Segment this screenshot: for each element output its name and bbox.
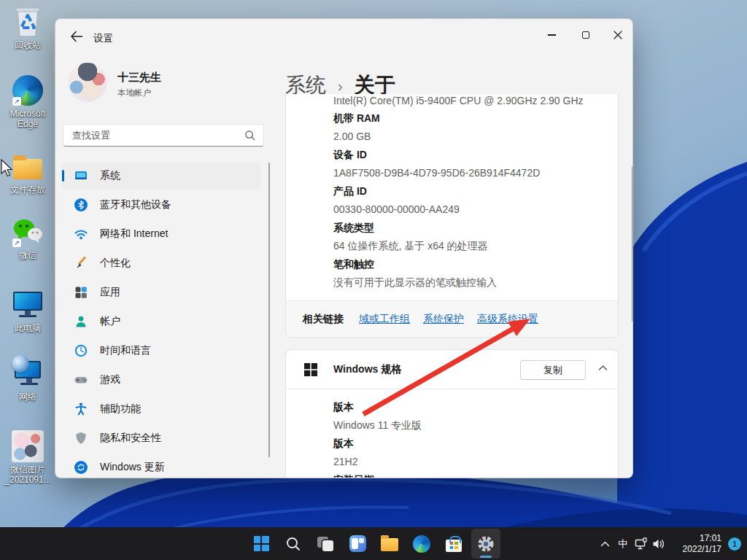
shortcut-arrow-icon: ↗	[12, 238, 21, 247]
sidebar-item-label: 帐户	[100, 315, 120, 328]
link-advanced-system-settings[interactable]: 高级系统设置	[477, 313, 538, 326]
sidebar-item-accessibility[interactable]: 辅助功能	[62, 396, 261, 422]
settings-search[interactable]	[63, 124, 264, 147]
spec-label: 安装日期	[333, 471, 603, 478]
desktop-icon-network[interactable]: 网络	[0, 357, 55, 402]
spec-value: 21H2	[333, 453, 603, 471]
close-icon	[614, 31, 622, 39]
sidebar-item-label: 时间和语言	[100, 344, 151, 357]
network-tray-button[interactable]	[632, 533, 650, 555]
settings-window: 设置 十三先生 本地帐户 系统	[55, 18, 633, 478]
speaker-icon	[652, 538, 665, 550]
taskbar-search-button[interactable]	[279, 529, 308, 559]
tray-chevron-up[interactable]	[596, 533, 614, 555]
close-button[interactable]	[601, 23, 633, 47]
clock-icon	[74, 343, 88, 358]
ethernet-icon	[635, 537, 649, 550]
maximize-button[interactable]	[569, 23, 602, 47]
sidebar-item-apps[interactable]: 应用	[62, 279, 261, 306]
desktop-icon-edge[interactable]: ↗ Microsoft Edge	[0, 74, 55, 129]
sidebar-item-label: 辅助功能	[100, 402, 141, 416]
desktop-icon-recycle-bin[interactable]: 回收站	[0, 6, 55, 50]
desktop-icon-label: 微信	[19, 250, 36, 260]
tray-time: 17:01	[675, 533, 721, 544]
start-button[interactable]	[247, 529, 276, 559]
spec-value: 没有可用于此显示器的笔或触控输入	[333, 273, 603, 292]
wifi-icon	[74, 227, 88, 241]
sidebar-item-label: 游戏	[100, 373, 120, 386]
sidebar-item-label: Windows 更新	[100, 461, 165, 474]
image-thumbnail-icon	[12, 430, 44, 462]
file-explorer-icon	[381, 538, 398, 551]
tray-clock[interactable]: 17:01 2022/1/17	[675, 533, 721, 555]
sidebar-item-accounts[interactable]: 帐户	[62, 308, 261, 335]
volume-tray-button[interactable]	[650, 533, 667, 555]
settings-button[interactable]	[471, 529, 500, 559]
network-icon	[12, 357, 44, 389]
desktop-icon-label: 微信图片	[10, 464, 45, 475]
chevron-up-icon	[600, 541, 610, 547]
back-button[interactable]	[66, 27, 88, 46]
desktop-icon-label: 回收站	[15, 40, 41, 50]
task-view-button[interactable]	[311, 529, 340, 559]
microsoft-store-icon	[446, 540, 462, 552]
spec-value: 64 位操作系统, 基于 x64 的处理器	[333, 237, 603, 255]
windows-logo-icon	[304, 363, 317, 376]
windows-spec-title: Windows 规格	[333, 363, 401, 376]
edge-button[interactable]	[407, 529, 436, 559]
copy-button[interactable]: 复制	[520, 360, 586, 380]
link-system-protection[interactable]: 系统保护	[423, 313, 464, 326]
device-spec-card: Intel(R) Core(TM) i5-9400F CPU @ 2.90GHz…	[285, 94, 619, 338]
paintbrush-icon	[74, 256, 88, 271]
system-icon	[74, 168, 88, 183]
desktop-icon-label-line2: _2021091...	[4, 475, 50, 485]
sidebar-item-network[interactable]: 网络和 Internet	[62, 221, 261, 247]
sidebar-item-label: 隐私和安全性	[100, 432, 161, 445]
folder-icon	[12, 150, 44, 182]
sidebar-item-windows-update[interactable]: Windows 更新	[62, 454, 261, 478]
desktop-icon-this-pc[interactable]: 此电脑	[0, 289, 55, 333]
windows-spec-header[interactable]: Windows 规格 复制	[286, 350, 618, 389]
minimize-icon	[548, 34, 556, 35]
widgets-button[interactable]	[343, 529, 372, 559]
sidebar-item-bluetooth[interactable]: 蓝牙和其他设备	[62, 192, 261, 218]
sidebar-item-time-language[interactable]: 时间和语言	[62, 338, 261, 364]
spec-label: 版本	[333, 435, 603, 453]
sidebar-scrollbar[interactable]	[268, 163, 270, 457]
breadcrumb-chevron-icon: ›	[338, 77, 343, 95]
spec-value: Windows 11 专业版	[333, 416, 603, 435]
notification-badge[interactable]: 1	[728, 537, 741, 551]
related-links-label: 相关链接	[303, 313, 344, 326]
mouse-cursor	[1, 159, 14, 178]
sidebar-item-label: 系统	[100, 169, 120, 182]
processor-value: Intel(R) Core(TM) i5-9400F CPU @ 2.90GHz…	[333, 94, 603, 109]
taskbar: 中 17:01 2022/1/17 1	[0, 527, 747, 560]
windows-spec-card: Windows 规格 复制 版本 Windows 11 专业版 版本 21H2 …	[285, 349, 619, 478]
spec-label: 机带 RAM	[333, 109, 603, 128]
desktop-icon-wechat-image[interactable]: 微信图片 _2021091...	[0, 430, 55, 485]
ime-indicator[interactable]: 中	[614, 537, 632, 551]
tray-date: 2022/1/17	[675, 544, 721, 555]
link-domain-workgroup[interactable]: 域或工作组	[359, 313, 410, 326]
chevron-up-icon[interactable]	[598, 365, 608, 371]
desktop-icon-label: 此电脑	[15, 323, 41, 333]
store-button[interactable]	[439, 529, 468, 559]
titlebar[interactable]: 设置	[55, 19, 632, 51]
user-avatar[interactable]	[68, 63, 107, 102]
search-input[interactable]	[63, 130, 244, 141]
account-type: 本地帐户	[117, 88, 151, 98]
sidebar-item-gaming[interactable]: 游戏	[62, 367, 261, 393]
sidebar-item-personalization[interactable]: 个性化	[62, 250, 261, 276]
desktop-icon-wechat[interactable]: ↗ 微信	[0, 216, 55, 260]
content-scrollbar[interactable]	[632, 166, 633, 322]
accessibility-person-icon	[74, 402, 88, 416]
sidebar-item-system[interactable]: 系统	[62, 163, 261, 189]
file-explorer-button[interactable]	[375, 529, 404, 559]
minimize-button[interactable]	[535, 23, 568, 47]
edge-icon	[413, 535, 430, 553]
content-scroll-area: Intel(R) Core(TM) i5-9400F CPU @ 2.90GHz…	[285, 94, 619, 478]
spec-value: 2.00 GB	[333, 128, 603, 146]
spec-label: 笔和触控	[333, 255, 603, 273]
spec-value: 1A8F7508-D9B4-4D79-95D6-26B914F4472D	[333, 164, 603, 182]
sidebar-item-privacy[interactable]: 隐私和安全性	[62, 425, 261, 451]
